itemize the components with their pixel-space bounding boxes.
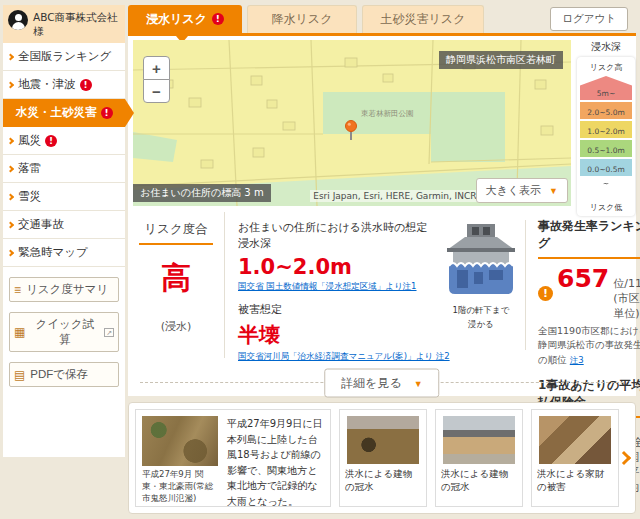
risk-summary-button[interactable]: ≡ リスク度サマリ xyxy=(9,277,119,302)
flood-depth-illustration: 1階の軒下まで 浸かる xyxy=(437,212,525,358)
legend-band: 0.5~1.0m xyxy=(580,140,632,157)
legend-band: 5m~ xyxy=(580,76,632,100)
photo-caption: 洪水による建物の冠水 xyxy=(441,467,517,494)
sidebar-tools: ≡ リスク度サマリ ▦ クイック試算 ↗ ▤ PDFで保存 xyxy=(3,277,125,387)
sidebar-item-emergency-map[interactable]: 緊急時マップ xyxy=(3,239,125,267)
sidebar-item-label: 落雷 xyxy=(18,161,41,176)
map-location-label: 静岡県浜松市南区若林町 xyxy=(439,51,563,69)
flood-hazard-map[interactable]: 東若林新田公園 + − 静岡県浜松市南区若林町 お住まいの住所の標高 3 m E… xyxy=(133,40,571,206)
tab-bar: 浸水リスク ! 降水リスク 土砂災害リスク ログアウト xyxy=(128,5,636,33)
show-detail-label: 詳細を見る xyxy=(341,375,402,392)
map-zoom-controls: + − xyxy=(143,56,170,103)
map-expand-button[interactable]: 大きく表示 ▼ xyxy=(476,178,568,203)
risk-degree-column: リスク度合 高 (浸水) xyxy=(128,212,225,358)
alert-badge: ! xyxy=(45,135,57,147)
house-caption-line1: 1階の軒下まで xyxy=(452,305,509,315)
chevron-right-icon xyxy=(7,249,14,256)
user-info: ABC商事株式会社 様 xyxy=(3,5,125,43)
external-link-icon: ↗ xyxy=(104,328,114,338)
chevron-right-icon xyxy=(7,165,14,172)
legend-band: ~ xyxy=(580,178,632,199)
ranking-suffix: 位/1190 (市区郡単位) xyxy=(613,276,640,321)
depth-caption: お住まいの住所における洪水時の想定浸水深 xyxy=(238,220,437,252)
tab-flood-risk[interactable]: 浸水リスク ! xyxy=(128,5,242,33)
tab-label: 土砂災害リスク xyxy=(381,11,466,28)
flood-risk-panel: 東若林新田公園 + − 静岡県浜松市南区若林町 お住まいの住所の標高 3 m E… xyxy=(128,33,636,396)
pdf-icon: ▤ xyxy=(14,369,25,381)
show-detail-button[interactable]: 詳細を見る ▼ xyxy=(324,369,439,398)
sidebar-item-flood-landslide[interactable]: 水災・土砂災害 ! xyxy=(3,99,125,127)
list-icon: ≡ xyxy=(14,284,21,296)
ranking-note: 全国1190市区郡における静岡県浜松市の事故発生率の順位 xyxy=(538,325,640,365)
sidebar-item-label: 水災・土砂災害 xyxy=(16,105,97,120)
tab-rain-risk[interactable]: 降水リスク xyxy=(247,5,357,33)
stats-column: 事故発生率ランキング ! 657 位/1190 (市区郡単位) 全国1190市区… xyxy=(526,212,640,358)
chevron-right-icon xyxy=(7,137,14,144)
ranking-note-link[interactable]: 注3 xyxy=(570,355,584,365)
zoom-in-button[interactable]: + xyxy=(143,56,170,80)
flooded-cars-photo xyxy=(347,416,419,464)
user-name: ABC商事株式会社 xyxy=(33,11,118,23)
photo-caption: 平成27年9月 関東・東北豪雨(常総市鬼怒川氾濫) xyxy=(142,469,220,505)
carousel-next-icon[interactable] xyxy=(617,451,631,465)
risk-detail-row: リスク度合 高 (浸水) お住まいの住所における洪水時の想定浸水深 1.0~2.… xyxy=(128,212,636,358)
tab-label: 浸水リスク xyxy=(146,11,207,28)
carousel-card-kanto-tohoku-rain[interactable]: 平成27年9月 関東・東北豪雨(常総市鬼怒川氾濫) 平成27年9月9日に日本列島… xyxy=(135,409,331,507)
sidebar-item-earthquake-tsunami[interactable]: 地震・津波 ! xyxy=(3,71,125,99)
save-pdf-button[interactable]: ▤ PDFで保存 xyxy=(9,362,119,387)
flood-risk-page: ABC商事株式会社 様 全国版ランキング 地震・津波 ! 水災・土砂災害 ! 風… xyxy=(0,0,640,519)
photo-caption: 洪水による建物の冠水 xyxy=(345,467,421,494)
sidebar-item-lightning[interactable]: 落雷 xyxy=(3,155,125,183)
tool-label: PDFで保存 xyxy=(30,367,88,382)
zoom-out-button[interactable]: − xyxy=(143,79,170,103)
tool-label: リスク度サマリ xyxy=(26,282,108,297)
chevron-right-icon xyxy=(7,221,14,228)
carousel-card-building-flood-1[interactable]: 洪水による建物の冠水 xyxy=(339,409,427,507)
chevron-down-icon: ▼ xyxy=(549,186,558,196)
carousel-card-building-flood-2[interactable]: 洪水による建物の冠水 xyxy=(435,409,523,507)
ranking-value: 657 xyxy=(557,266,609,291)
damage-caption: 被害想定 xyxy=(238,302,437,318)
sidebar-nav: 全国版ランキング 地震・津波 ! 水災・土砂災害 ! 風災 ! 落雷 xyxy=(3,43,125,267)
sidebar-item-wind[interactable]: 風災 ! xyxy=(3,127,125,155)
flooded-house-photo xyxy=(443,416,515,464)
risk-degree-note: (浸水) xyxy=(128,319,224,334)
carousel-card-household-damage[interactable]: 洪水による家財の被害 xyxy=(531,409,619,507)
quick-estimate-button[interactable]: ▦ クイック試算 ↗ xyxy=(9,312,119,352)
legend-band: 2.0~5.0m xyxy=(580,102,632,119)
flood-depth-legend: 浸水深 リスク高 5m~ 2.0~5.0m 1.0~2.0m 0.5~1.0m … xyxy=(577,40,635,216)
sidebar-item-label: 雪災 xyxy=(18,189,41,204)
depth-value: 1.0~2.0m xyxy=(238,255,437,279)
damage-source-link[interactable]: 国交省河川局「治水経済調査マニュアル(案)」より 注2 xyxy=(238,351,437,363)
photo-caption: 洪水による家財の被害 xyxy=(537,467,613,494)
sidebar-item-label: 風災 xyxy=(18,133,41,148)
warning-icon: ! xyxy=(538,286,553,301)
risk-degree-value: 高 xyxy=(128,258,224,299)
legend-title: 浸水深 xyxy=(577,40,635,54)
risk-degree-title: リスク度合 xyxy=(139,221,212,245)
ranking-title: 事故発生率ランキング xyxy=(538,218,640,259)
chevron-down-icon: ▼ xyxy=(414,378,423,388)
tool-label: クイック試算 xyxy=(30,317,99,347)
park-label: 東若林新田公園 xyxy=(361,109,414,118)
sidebar: ABC商事株式会社 様 全国版ランキング 地震・津波 ! 水災・土砂災害 ! 風… xyxy=(3,5,125,457)
legend-band: 0.0~0.5m xyxy=(580,159,632,176)
flooded-house-icon xyxy=(443,224,519,296)
sidebar-item-snow[interactable]: 雪災 xyxy=(3,183,125,211)
tab-landslide-risk[interactable]: 土砂災害リスク xyxy=(362,5,484,33)
depth-source-link[interactable]: 国交省 国土数値情報「浸水想定区域」より注1 xyxy=(238,281,437,293)
alert-badge: ! xyxy=(212,13,224,25)
chevron-right-icon xyxy=(7,193,14,200)
map-elevation-label: お住まいの住所の標高 3 m xyxy=(133,184,271,202)
sidebar-item-traffic-accident[interactable]: 交通事故 xyxy=(3,211,125,239)
detail-divider: 詳細を見る ▼ xyxy=(140,382,624,383)
alert-badge: ! xyxy=(80,79,92,91)
alert-badge: ! xyxy=(101,107,113,119)
damaged-interior-photo xyxy=(539,416,611,464)
sidebar-item-label: 緊急時マップ xyxy=(18,245,88,260)
sidebar-item-label: 地震・津波 xyxy=(18,77,76,92)
house-caption-line2: 浸かる xyxy=(468,319,494,329)
tab-label: 降水リスク xyxy=(272,11,333,28)
sidebar-item-national-ranking[interactable]: 全国版ランキング xyxy=(3,43,125,71)
logout-button[interactable]: ログアウト xyxy=(550,7,628,31)
